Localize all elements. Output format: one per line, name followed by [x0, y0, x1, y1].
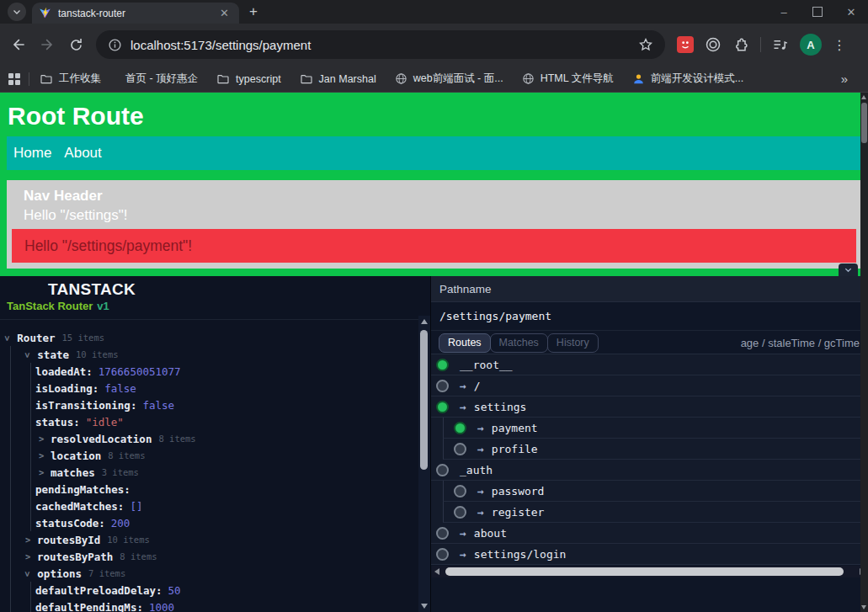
nav-header-label: Nav Header — [12, 186, 856, 205]
tree-row[interactable]: >routesByPath8 items — [0, 548, 418, 565]
nav-link-about[interactable]: About — [64, 145, 101, 162]
route-row[interactable]: →payment — [443, 418, 868, 439]
router-state-tree: >Router15 items>state10 itemsloadedAt176… — [0, 322, 418, 612]
bookmark-star-icon[interactable] — [638, 37, 653, 52]
expand-icon[interactable]: > — [39, 467, 51, 477]
route-row[interactable]: →password — [443, 481, 868, 502]
bookmarks-overflow-button[interactable]: » — [841, 72, 860, 86]
route-label: __root__ — [460, 359, 513, 371]
route-label: register — [492, 506, 545, 519]
scroll-left-icon[interactable] — [434, 568, 439, 575]
address-bar[interactable]: localhost:5173/settings/payment — [96, 30, 665, 59]
scrollbar-thumb[interactable] — [420, 330, 428, 470]
bookmark-item[interactable]: 首页 - 顶好惠企 — [120, 72, 198, 86]
route-label: payment — [492, 422, 538, 434]
scrollbar-thumb[interactable] — [861, 103, 867, 143]
matched-route-dot — [436, 401, 449, 413]
tree-row[interactable]: defaultPendingMs1000 — [0, 599, 418, 612]
route-arrow-icon: → — [460, 380, 466, 392]
route-row[interactable]: →/ — [431, 375, 868, 396]
maximize-button[interactable] — [801, 0, 834, 24]
tree-row[interactable]: >options7 items — [0, 565, 418, 582]
window-controls: – ✕ — [767, 0, 868, 24]
scroll-up-icon[interactable] — [861, 95, 866, 99]
browser-scrollbar[interactable] — [860, 93, 868, 612]
route-row[interactable]: __root__ — [431, 354, 868, 375]
tree-value: 1766650051077 — [99, 365, 181, 378]
routes-horizontal-scrollbar[interactable] — [432, 566, 867, 577]
extensions-puzzle-icon[interactable] — [732, 36, 749, 53]
tab-close-button[interactable]: ✕ — [216, 7, 232, 19]
reload-button[interactable] — [64, 33, 88, 56]
forward-button[interactable] — [35, 33, 59, 56]
apps-grid-icon[interactable] — [8, 73, 20, 85]
tree-row[interactable]: >matches3 items — [0, 464, 418, 481]
url-text[interactable]: localhost:5173/settings/payment — [130, 38, 638, 52]
scroll-down-icon[interactable] — [861, 605, 866, 609]
devtools-collapse-button[interactable] — [839, 263, 858, 276]
collapse-icon[interactable]: > — [23, 572, 33, 577]
profile-avatar[interactable]: A — [800, 34, 822, 56]
scroll-down-icon[interactable] — [421, 604, 428, 609]
route-row[interactable]: →settings — [431, 396, 868, 418]
bookmark-item[interactable]: 工作收集 — [40, 72, 101, 86]
tab-search-button[interactable] — [8, 3, 26, 21]
new-tab-button[interactable]: + — [249, 3, 258, 20]
bookmark-item[interactable]: web前端面试 - 面... — [395, 72, 503, 86]
tree-key: resolvedLocation — [51, 433, 152, 445]
tree-row[interactable]: cachedMatches[] — [0, 498, 418, 514]
expand-icon[interactable]: > — [25, 551, 37, 561]
pathname-header: Pathname — [431, 276, 868, 302]
bookmark-item[interactable]: Jan Marshal — [300, 72, 376, 86]
tree-row[interactable]: statusCode200 — [0, 514, 418, 531]
tree-value: 1000 — [149, 601, 174, 612]
tree-row[interactable]: loadedAt1766650051077 — [0, 363, 418, 380]
red-extension-icon[interactable] — [677, 36, 694, 53]
tree-row[interactable]: >Router15 items — [0, 329, 418, 346]
route-row[interactable]: →about — [431, 523, 868, 544]
back-button[interactable] — [7, 33, 30, 56]
route-row[interactable]: _auth — [431, 460, 868, 481]
tab-history[interactable]: History — [547, 333, 599, 353]
bookmark-item[interactable]: 前端开发设计模式... — [632, 72, 743, 86]
tree-row[interactable]: status"idle" — [0, 413, 418, 430]
tree-row[interactable]: >resolvedLocation8 items — [0, 430, 418, 447]
nav-link-home[interactable]: Home — [13, 145, 51, 162]
tree-row[interactable]: defaultPreloadDelay50 — [0, 582, 418, 599]
collapse-icon[interactable]: > — [23, 353, 33, 358]
route-arrow-icon: → — [460, 527, 466, 540]
route-arrow-icon: → — [477, 506, 484, 519]
browser-tab[interactable]: tanstack-router ✕ — [32, 3, 239, 24]
tree-row[interactable]: isLoadingfalse — [0, 380, 418, 396]
tree-key: location — [51, 450, 101, 462]
tab-matches[interactable]: Matches — [490, 333, 548, 353]
tree-row[interactable]: >routesById10 items — [0, 531, 418, 548]
bookmark-item[interactable]: HTML 文件导航 — [522, 72, 614, 86]
route-row[interactable]: →profile — [443, 439, 868, 460]
browser-menu-button[interactable]: ⋮ — [833, 37, 846, 53]
tree-row[interactable]: isTransitioningfalse — [0, 396, 418, 413]
explorer-scrollbar[interactable] — [418, 316, 430, 612]
route-dot — [436, 527, 449, 540]
tab-routes[interactable]: Routes — [439, 333, 491, 353]
tree-key: cachedMatches — [35, 500, 124, 513]
collapse-icon[interactable]: > — [3, 336, 13, 341]
scroll-up-icon[interactable] — [421, 319, 428, 324]
close-window-button[interactable]: ✕ — [834, 0, 868, 24]
bookmark-item[interactable]: typescript — [216, 72, 281, 86]
route-row[interactable]: →settings/login — [431, 544, 868, 565]
tree-row[interactable]: >location8 items — [0, 447, 418, 464]
tree-row[interactable]: pendingMatches — [0, 481, 418, 498]
folder-icon — [216, 72, 230, 86]
expand-icon[interactable]: > — [39, 434, 51, 444]
expand-icon[interactable]: > — [39, 450, 51, 460]
tree-row[interactable]: >state10 items — [0, 346, 418, 363]
route-row[interactable]: →register — [443, 502, 868, 523]
record-extension-icon[interactable] — [705, 36, 722, 53]
site-info-icon[interactable] — [108, 38, 122, 52]
expand-icon[interactable]: > — [25, 535, 37, 545]
tanstack-logo: TANSTACK — [48, 280, 430, 299]
tab-groups-icon[interactable] — [772, 36, 789, 53]
scrollbar-thumb[interactable] — [445, 567, 844, 576]
minimize-button[interactable]: – — [767, 0, 801, 24]
